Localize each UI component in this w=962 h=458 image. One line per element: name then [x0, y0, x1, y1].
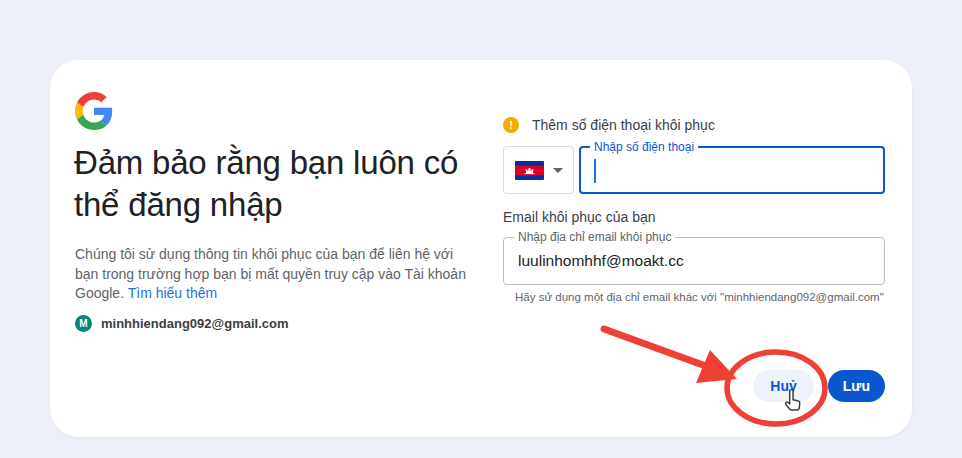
email-input-label: Nhập địa chỉ email khôi phục: [514, 230, 675, 244]
form-actions: Huỷ Lưu: [503, 370, 885, 402]
cancel-button[interactable]: Huỷ: [753, 370, 813, 402]
account-identity: M minhhiendang092@gmail.com: [75, 315, 289, 332]
page-title: Đảm bảo rằng bạn luôn có thể đăng nhập: [74, 142, 478, 226]
phone-number-input[interactable]: Nhập số điện thoại: [579, 146, 885, 194]
warning-icon: !: [503, 117, 519, 133]
phone-section-title: Thêm số điện thoại khôi phục: [532, 117, 715, 133]
recovery-email-field: Nhập địa chỉ email khôi phục: [503, 237, 885, 285]
learn-more-link[interactable]: Tìm hiểu thêm: [128, 285, 217, 301]
account-email: minhhiendang092@gmail.com: [101, 316, 289, 331]
recovery-email-input[interactable]: [504, 238, 884, 284]
country-code-dropdown[interactable]: [503, 146, 574, 194]
google-logo-icon: [75, 92, 113, 130]
phone-input-label: Nhập số điện thoại: [590, 140, 698, 154]
recovery-description: Chúng tôi sử dụng thông tin khôi phục củ…: [75, 245, 477, 304]
email-section-title: Email khôi phục của bạn: [503, 209, 656, 225]
avatar: M: [75, 315, 92, 332]
chevron-down-icon: [553, 168, 563, 173]
text-cursor: [594, 159, 596, 183]
settings-card: Đảm bảo rằng bạn luôn có thể đăng nhập C…: [50, 60, 912, 437]
phone-section-header: ! Thêm số điện thoại khôi phục: [503, 117, 715, 133]
cambodia-flag-icon: [515, 161, 544, 180]
page-background: { "colors": { "accent_blue": "#0b57d0", …: [0, 0, 962, 458]
save-button[interactable]: Lưu: [828, 370, 885, 402]
email-helper-text: Hãy sử dụng một địa chỉ email khác với "…: [515, 291, 884, 303]
recovery-form: ! Thêm số điện thoại khôi phục Nhập số đ…: [503, 60, 885, 437]
